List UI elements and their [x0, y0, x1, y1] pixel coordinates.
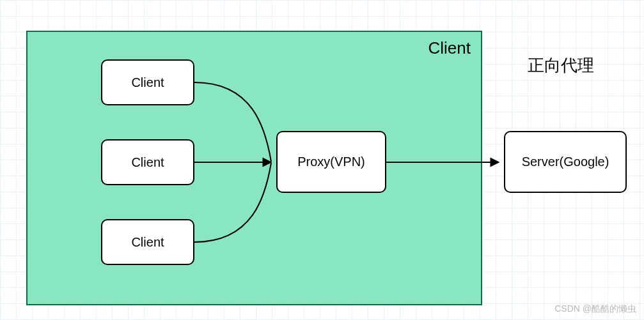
node-label: Server(Google) [522, 155, 609, 169]
container-label: Client [428, 38, 471, 58]
node-label: Client [131, 235, 164, 250]
node-client-1: Client [101, 59, 194, 105]
node-label: Client [131, 75, 164, 90]
node-client-2: Client [101, 139, 194, 185]
node-label: Proxy(VPN) [297, 155, 365, 169]
node-client-3: Client [101, 219, 194, 265]
node-server: Server(Google) [504, 131, 627, 193]
watermark: CSDN @酷酷的懒虫 [554, 303, 636, 315]
diagram-title: 正向代理 [528, 54, 594, 77]
node-proxy: Proxy(VPN) [276, 131, 386, 193]
node-label: Client [131, 155, 164, 170]
client-container: Client [26, 31, 482, 305]
